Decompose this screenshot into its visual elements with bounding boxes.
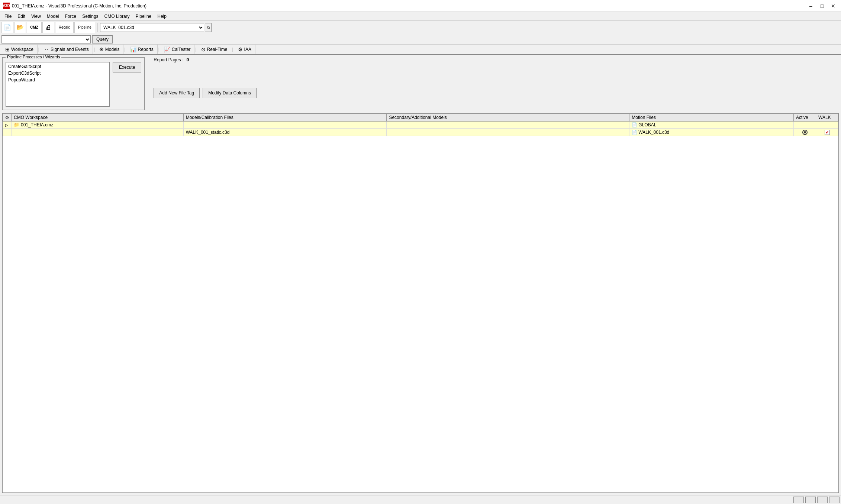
workspace-table: ⊘CMO WorkspaceModels/Calibration FilesSe…	[3, 113, 838, 136]
cell-walk	[816, 122, 838, 129]
pipeline-item[interactable]: PopupWizard	[7, 77, 109, 83]
modify-data-columns-button[interactable]: Modify Data Columns	[203, 88, 257, 98]
report-pages-value: 0	[186, 57, 189, 62]
toolbar-separator	[97, 23, 98, 32]
tab-signals[interactable]: 〰Signals and Events	[40, 45, 93, 54]
tab-models[interactable]: ✳Models	[96, 45, 124, 54]
file-dropdown-expand[interactable]: ⧉	[205, 23, 212, 32]
status-bar	[0, 495, 841, 504]
maximize-button[interactable]: □	[817, 2, 827, 10]
tab-reports[interactable]: 📊Reports	[126, 45, 158, 54]
title-text: 001_THEIA.cmz - Visual3D Professional (C…	[12, 3, 146, 9]
status-btn-4[interactable]	[829, 497, 840, 503]
cell-motion-file: 📄GLOBAL	[629, 122, 794, 129]
signals-label: Signals and Events	[51, 47, 89, 52]
file-dropdown[interactable]: WALK_001.c3d	[100, 23, 204, 32]
cell-models	[183, 122, 387, 129]
cell-active	[794, 129, 816, 136]
cmz-button[interactable]: CMZ	[27, 22, 42, 33]
iaa-label: IAA	[244, 47, 251, 52]
menu-item-force[interactable]: Force	[62, 13, 80, 20]
menu-item-edit[interactable]: Edit	[14, 13, 28, 20]
recalc-button[interactable]: Recalc	[55, 22, 74, 33]
active-radio[interactable]	[802, 130, 808, 135]
reports-label: Reports	[138, 47, 154, 52]
tab-workspace[interactable]: ⊞Workspace	[1, 45, 38, 54]
col-header-icon: ⊘	[3, 114, 12, 122]
tab-caltester[interactable]: 📈CalTester	[160, 45, 195, 54]
app-window: V3D 001_THEIA.cmz - Visual3D Professiona…	[0, 0, 841, 504]
top-section: Pipeline Processes / Wizards CreateGaitS…	[2, 57, 839, 110]
signals-icon: 〰	[44, 46, 49, 52]
add-file-tag-button[interactable]: Add New File Tag	[154, 88, 200, 98]
tab-separator-2: |	[123, 47, 126, 52]
table-row[interactable]: ▷📁001_THEIA.cmz📄GLOBAL	[3, 122, 838, 129]
query-bar: Query	[0, 34, 841, 45]
checkbox-check: ✓	[825, 130, 829, 135]
tab-separator-4: |	[194, 47, 197, 52]
report-buttons-row: Add New File Tag Modify Data Columns	[154, 88, 839, 98]
col-header-walk: WALK	[816, 114, 838, 122]
models-icon: ✳	[99, 46, 104, 52]
menu-item-file[interactable]: File	[1, 13, 14, 20]
workspace-icon: ⊞	[5, 46, 10, 52]
menu-item-cmo-library[interactable]: CMO Library	[102, 13, 133, 20]
menu-item-view[interactable]: View	[28, 13, 44, 20]
status-btn-1[interactable]	[793, 497, 804, 503]
col-header-models-calibration-files: Models/Calibration Files	[183, 114, 387, 122]
folder-icon: 📁	[14, 122, 19, 127]
cell-active	[794, 122, 816, 129]
title-left: V3D 001_THEIA.cmz - Visual3D Professiona…	[3, 3, 146, 9]
execute-button[interactable]: Execute	[113, 62, 141, 72]
header-row: ⊘CMO WorkspaceModels/Calibration FilesSe…	[3, 114, 838, 122]
menu-item-settings[interactable]: Settings	[79, 13, 101, 20]
tab-realtime[interactable]: ⊙Real-Time	[197, 45, 232, 54]
cell-secondary	[387, 122, 629, 129]
print-button[interactable]: 🖨	[42, 22, 54, 33]
pipeline-button[interactable]: Pipeline	[74, 22, 95, 33]
query-button[interactable]: Query	[92, 35, 113, 43]
status-btn-2[interactable]	[805, 497, 816, 503]
minimize-button[interactable]: –	[806, 2, 816, 10]
tab-bar: ⊞Workspace|〰Signals and Events|✳Models|📊…	[0, 45, 841, 55]
content-area: Pipeline Processes / Wizards CreateGaitS…	[0, 55, 841, 495]
query-dropdown[interactable]	[1, 35, 91, 43]
tab-separator-0: |	[38, 47, 40, 52]
tab-iaa[interactable]: ⚙IAA	[234, 45, 255, 54]
app-icon: V3D	[3, 3, 10, 9]
realtime-label: Real-Time	[207, 47, 228, 52]
col-header-cmo-workspace: CMO Workspace	[12, 114, 184, 122]
file-doc-icon: 📄	[632, 122, 637, 127]
table-body: ▷📁001_THEIA.cmz📄GLOBALWALK_001_static.c3…	[3, 122, 838, 136]
close-button[interactable]: ✕	[828, 2, 838, 10]
open-button[interactable]: 📂	[14, 22, 26, 33]
pipeline-list-box[interactable]: CreateGaitScriptExportC3dScriptPopupWiza…	[6, 62, 110, 107]
new-button[interactable]: 📄	[1, 22, 13, 33]
iaa-icon: ⚙	[238, 46, 243, 52]
report-pages-row: Report Pages : 0	[154, 57, 839, 62]
menu-item-model[interactable]: Model	[44, 13, 62, 20]
col-header-active: Active	[794, 114, 816, 122]
menu-item-pipeline[interactable]: Pipeline	[133, 13, 155, 20]
cell-motion-file: 📄WALK_001.c3d	[629, 129, 794, 136]
cell-workspace	[12, 129, 184, 136]
walk-checkbox[interactable]: ✓	[825, 130, 830, 135]
table-row[interactable]: WALK_001_static.c3d📄WALK_001.c3d✓	[3, 129, 838, 136]
menu-item-help[interactable]: Help	[154, 13, 170, 20]
workspace-label: Workspace	[11, 47, 33, 52]
title-controls: – □ ✕	[806, 2, 838, 10]
pipeline-item[interactable]: CreateGaitScript	[7, 63, 109, 70]
col-header-motion-files: Motion Files	[629, 114, 794, 122]
realtime-icon: ⊙	[201, 46, 206, 52]
tab-separator-1: |	[93, 47, 96, 52]
col-header-secondary-additional-models: Secondary/Additional Models	[387, 114, 629, 122]
cell-models: WALK_001_static.c3d	[183, 129, 387, 136]
status-btn-3[interactable]	[817, 497, 828, 503]
pipeline-item[interactable]: ExportC3dScript	[7, 70, 109, 77]
radio-inner	[804, 131, 806, 133]
pipeline-group: Pipeline Processes / Wizards CreateGaitS…	[2, 57, 145, 110]
pipeline-group-label: Pipeline Processes / Wizards	[6, 55, 61, 59]
tab-separator-3: |	[158, 47, 160, 52]
cell-secondary	[387, 129, 629, 136]
pipeline-inner: CreateGaitScriptExportC3dScriptPopupWiza…	[6, 62, 141, 107]
